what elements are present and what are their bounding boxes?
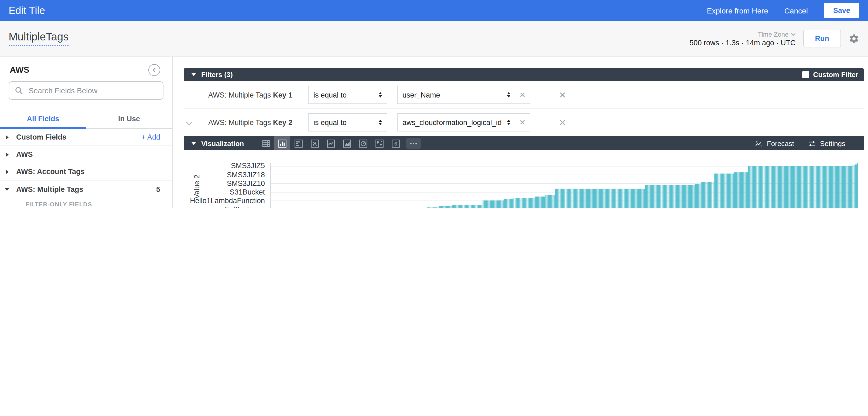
triangle-right-icon bbox=[6, 135, 9, 139]
query-stats-block: Time Zone 500 rows · 1.3s · 14m ago · UT… bbox=[689, 30, 796, 46]
sidebar-section-label: Custom Fields bbox=[16, 133, 66, 141]
y-axis-tick-label: SMS3JIZ5 bbox=[184, 162, 265, 170]
pie-chart-icon[interactable] bbox=[355, 136, 371, 150]
save-button[interactable]: Save bbox=[824, 3, 859, 18]
explore-title: AWS bbox=[10, 65, 29, 75]
settings-sliders-icon bbox=[808, 139, 816, 147]
field-picker-sidebar: AWS All Fields In Use Custom Fields+ Add… bbox=[0, 57, 173, 208]
forecast-label: Forecast bbox=[767, 139, 794, 147]
chevron-left-icon bbox=[152, 67, 156, 73]
search-input[interactable] bbox=[28, 86, 157, 95]
select-arrows-icon bbox=[507, 119, 510, 125]
explore-main-area: Filters (3) Custom Filter AWS: Multiple … bbox=[173, 57, 868, 208]
y-axis-tick-label: Hello1LambdaFunction bbox=[184, 197, 265, 205]
y-axis-tick-label: SMS3JIZ18 bbox=[184, 171, 265, 179]
sidebar-tabs: All Fields In Use bbox=[0, 113, 172, 129]
sidebar-item-aws[interactable]: AWS bbox=[0, 146, 172, 163]
filter-row-key-2: AWS: Multiple Tags Key 2is equal toaws_c… bbox=[184, 109, 864, 136]
query-title[interactable]: MultipleTags bbox=[9, 31, 68, 46]
y-axis-tick-label: SMS3JIZ10 bbox=[184, 179, 265, 187]
filters-section-header[interactable]: Filters (3) Custom Filter bbox=[184, 68, 864, 81]
chart-type-picker: 6 bbox=[258, 136, 421, 150]
collapse-sidebar-button[interactable] bbox=[148, 64, 160, 76]
select-arrows-icon bbox=[507, 92, 510, 98]
add-custom-field-button[interactable]: + Add bbox=[141, 133, 160, 141]
custom-filter-checkbox[interactable] bbox=[802, 71, 809, 78]
triangle-right-icon bbox=[6, 152, 9, 157]
visualization-section-title: Visualization bbox=[201, 139, 244, 147]
y-axis-tick-label: Ec2Instance bbox=[184, 205, 265, 208]
svg-text:6: 6 bbox=[394, 141, 397, 146]
sidebar-section-label: AWS: Account Tags bbox=[16, 168, 85, 176]
filter-field-label: AWS: Multiple Tags Key 1 bbox=[208, 91, 308, 99]
time-zone-dropdown[interactable]: Time Zone bbox=[758, 30, 796, 38]
filter-value-input[interactable]: aws_cloudformation_logical_id✕ bbox=[397, 113, 530, 132]
top-bar-actions: Explore from Here Cancel Save bbox=[707, 3, 859, 18]
visualization-section-header[interactable]: Visualization 6 Forecast Settings bbox=[184, 136, 864, 150]
sidebar-item-aws-multiple-tags[interactable]: AWS: Multiple Tags5 bbox=[0, 180, 172, 198]
field-count-badge: 5 bbox=[156, 185, 160, 193]
field-search[interactable] bbox=[9, 81, 163, 100]
tab-all-fields[interactable]: All Fields bbox=[0, 113, 86, 128]
filter-value-text: aws_cloudformation_logical_id bbox=[398, 118, 507, 126]
select-arrows-icon bbox=[379, 92, 382, 98]
filter-value-input[interactable]: user_Name✕ bbox=[397, 86, 530, 104]
chevron-down-icon[interactable] bbox=[186, 119, 193, 126]
column-chart[interactable]: Value 2 ∅Ec2InstanceHello1LambdaFunction… bbox=[184, 150, 864, 208]
settings-label: Settings bbox=[820, 139, 845, 147]
custom-filter-label: Custom Filter bbox=[813, 71, 858, 79]
single-value-icon[interactable]: 6 bbox=[388, 136, 404, 150]
scatter-icon[interactable] bbox=[306, 136, 322, 150]
clear-value-icon[interactable]: ✕ bbox=[515, 91, 530, 99]
y-axis-tick-label: S31Bucket bbox=[184, 188, 265, 196]
map-icon[interactable] bbox=[371, 136, 388, 150]
bar-chart-icon[interactable] bbox=[290, 136, 306, 150]
sidebar-item-custom-fields[interactable]: Custom Fields+ Add bbox=[0, 129, 172, 146]
line-chart-icon[interactable] bbox=[322, 136, 339, 150]
sidebar-section-label: AWS bbox=[16, 150, 33, 159]
filter-field-label: AWS: Multiple Tags Key 2 bbox=[208, 118, 308, 126]
filter-operator-select[interactable]: is equal to bbox=[308, 86, 388, 104]
table-icon[interactable] bbox=[258, 136, 274, 150]
filter-row-key-1: AWS: Multiple Tags Key 1is equal touser_… bbox=[184, 81, 864, 109]
query-stats: 500 rows · 1.3s · 14m ago · UTC bbox=[689, 38, 796, 46]
chart-plot-area[interactable] bbox=[270, 156, 858, 208]
collapse-triangle-icon bbox=[191, 73, 196, 76]
explore-from-here-button[interactable]: Explore from Here bbox=[707, 6, 768, 15]
remove-filter-button[interactable]: ✕ bbox=[559, 117, 566, 128]
tab-in-use[interactable]: In Use bbox=[86, 113, 172, 128]
cancel-button[interactable]: Cancel bbox=[784, 6, 808, 15]
time-zone-label: Time Zone bbox=[758, 30, 789, 38]
query-bar-right: Time Zone 500 rows · 1.3s · 14m ago · UT… bbox=[689, 30, 859, 47]
group-heading-filter-only-fields: FILTER-ONLY FIELDS bbox=[25, 201, 172, 208]
query-bar: MultipleTags Time Zone 500 rows · 1.3s ·… bbox=[0, 21, 868, 57]
top-bar: Edit Tile Explore from Here Cancel Save bbox=[0, 0, 868, 21]
remove-filter-button[interactable]: ✕ bbox=[559, 90, 566, 100]
filter-operator-select[interactable]: is equal to bbox=[308, 113, 388, 132]
chevron-down-icon bbox=[791, 33, 796, 36]
search-icon bbox=[14, 86, 23, 95]
column-chart-icon[interactable] bbox=[274, 136, 290, 150]
area-chart-icon[interactable] bbox=[339, 136, 355, 150]
settings-button[interactable]: Settings bbox=[808, 139, 845, 147]
filter-value-text: user_Name bbox=[398, 91, 507, 99]
window-title: Edit Tile bbox=[9, 5, 45, 16]
gear-icon[interactable] bbox=[848, 33, 859, 44]
collapse-triangle-icon bbox=[191, 142, 196, 145]
sidebar-section-block-aws-multiple-tags: AWS: Multiple Tags5FILTER-ONLY FIELDSKey… bbox=[0, 180, 172, 208]
triangle-right-icon bbox=[6, 170, 9, 174]
forecast-sparkle-icon bbox=[755, 139, 763, 147]
triangle-down-icon bbox=[5, 188, 9, 190]
filters-section-title: Filters (3) bbox=[201, 71, 233, 79]
forecast-button[interactable]: Forecast bbox=[755, 139, 794, 147]
sidebar-item-aws-account-tags[interactable]: AWS: Account Tags bbox=[0, 163, 172, 180]
sidebar-section-label: AWS: Multiple Tags bbox=[16, 185, 83, 193]
run-button[interactable]: Run bbox=[803, 30, 841, 47]
filter-rows: AWS: Multiple Tags Key 1is equal touser_… bbox=[184, 81, 864, 136]
select-arrows-icon bbox=[379, 119, 382, 125]
clear-value-icon[interactable]: ✕ bbox=[515, 118, 530, 127]
edit-tile-window: Edit Tile Explore from Here Cancel Save … bbox=[0, 0, 868, 208]
more-icon[interactable] bbox=[406, 138, 421, 149]
